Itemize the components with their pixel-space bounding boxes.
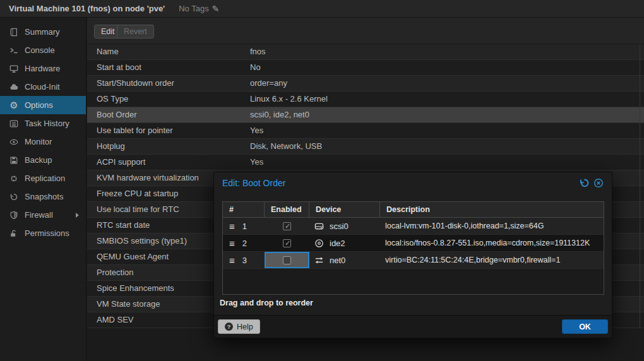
question-icon: ?	[225, 323, 233, 331]
options-row[interactable]: Namefnos	[87, 44, 644, 60]
drag-drop-hint: Drag and drop to reorder	[220, 299, 313, 307]
help-button[interactable]: ? Help	[218, 319, 260, 334]
option-label: Hotplug	[97, 139, 125, 154]
display-icon	[9, 64, 19, 73]
sidebar-item-snapshots[interactable]: Snapshots	[0, 187, 86, 206]
drag-handle-icon[interactable]: ≡	[229, 238, 235, 249]
column-header-device: Device	[309, 202, 380, 217]
sidebar-item-permissions[interactable]: Permissions	[0, 224, 86, 242]
option-label: ACPI support	[97, 155, 145, 170]
options-row[interactable]: OS TypeLinux 6.x - 2.6 Kernel	[87, 92, 644, 107]
cdrom-icon	[314, 239, 324, 248]
sidebar-item-label: Task History	[25, 119, 69, 128]
unlock-icon	[9, 229, 19, 238]
chevron-right-icon	[76, 213, 79, 218]
edit-tags-pencil-icon[interactable]: ✎	[212, 4, 220, 14]
boot-order-table: # Enabled Device Description ≡ 1 scsi0 l…	[222, 201, 604, 295]
option-label: Start/Shutdown order	[97, 76, 174, 91]
option-label: Start at boot	[97, 60, 141, 75]
device-description: virtio=BC:24:11:5C:24:4E,bridge=vmbr0,fi…	[380, 252, 604, 268]
option-value: Yes	[250, 155, 263, 170]
network-icon	[314, 256, 324, 265]
column-header-order: #	[223, 202, 265, 217]
sidebar-item-label: Cloud-Init	[25, 82, 60, 92]
undo-icon[interactable]	[579, 178, 589, 188]
hdd-icon	[314, 222, 324, 231]
edit-boot-order-dialog: Edit: Boot Order # Enabled Device Descri…	[213, 172, 612, 338]
boot-entry-row[interactable]: ≡ 2 ide2 local:iso/fnos-0.8.27-551.iso,m…	[223, 235, 604, 252]
option-label: QEMU Guest Agent	[97, 249, 169, 264]
sidebar-item-label: Options	[25, 100, 53, 110]
column-header-enabled: Enabled	[265, 202, 309, 217]
cloud-icon	[9, 83, 19, 92]
retweet-icon	[9, 174, 19, 183]
grid-column-divider	[640, 44, 640, 328]
option-label: Name	[97, 44, 119, 59]
sidebar-item-firewall[interactable]: Firewall	[0, 206, 86, 224]
window-titlebar: Virtual Machine 101 (fnos) on node 'pve'…	[0, 0, 644, 18]
options-row[interactable]: Start/Shutdown orderorder=any	[87, 76, 644, 92]
drag-handle-icon[interactable]: ≡	[229, 221, 235, 232]
options-row[interactable]: Use tablet for pointerYes	[87, 123, 644, 139]
sidebar-item-task-history[interactable]: Task History	[0, 114, 86, 133]
option-value: Linux 6.x - 2.6 Kernel	[250, 92, 328, 107]
sidebar-item-hardware[interactable]: Hardware	[0, 59, 86, 78]
revert-button[interactable]: Revert	[117, 25, 154, 38]
enabled-checkbox[interactable]	[283, 256, 291, 264]
device-name: scsi0	[330, 222, 349, 231]
boot-entry-row[interactable]: ≡ 1 scsi0 local-lvm:vm-101-disk-0,iothre…	[223, 218, 604, 235]
book-icon	[9, 28, 19, 37]
shield-icon	[9, 211, 19, 220]
terminal-icon	[9, 46, 19, 55]
boot-table-header: # Enabled Device Description	[223, 202, 604, 218]
options-row[interactable]: HotplugDisk, Network, USB	[87, 139, 644, 155]
boot-entry-row[interactable]: ≡ 3 net0 virtio=BC:24:11:5C:24:4E,bridge…	[223, 252, 604, 269]
option-label: KVM hardware virtualization	[97, 170, 199, 186]
column-header-description: Description	[380, 202, 604, 217]
option-value: order=any	[250, 76, 287, 91]
option-label: Boot Order	[97, 107, 137, 122]
enabled-cell-focused[interactable]	[265, 252, 309, 268]
dialog-titlebar[interactable]: Edit: Boot Order	[214, 172, 612, 194]
boot-order-number: 2	[242, 239, 247, 248]
option-label: Freeze CPU at startup	[97, 186, 178, 201]
sidebar-item-label: Replication	[25, 174, 65, 183]
list-icon	[9, 119, 19, 128]
floppy-icon	[9, 156, 19, 165]
enabled-checkbox[interactable]	[283, 222, 291, 230]
sidebar-item-label: Monitor	[25, 137, 52, 146]
options-row[interactable]: Start at bootNo	[87, 60, 644, 76]
option-label: Protection	[97, 265, 134, 280]
sidebar-item-label: Backup	[25, 155, 52, 165]
option-label: AMD SEV	[97, 312, 134, 328]
option-label: Spice Enhancements	[97, 281, 174, 296]
history-icon	[9, 192, 19, 201]
sidebar-item-label: Console	[25, 45, 55, 55]
sidebar: Summary Console Hardware Cloud-Init ⚙Opt…	[0, 18, 86, 361]
sidebar-item-replication[interactable]: Replication	[0, 169, 86, 187]
close-icon[interactable]	[593, 178, 604, 188]
ok-button[interactable]: OK	[562, 319, 608, 334]
sidebar-item-label: Firewall	[25, 210, 53, 220]
sidebar-item-backup[interactable]: Backup	[0, 151, 86, 169]
options-row[interactable]: ACPI supportYes	[87, 155, 644, 170]
sidebar-item-cloud-init[interactable]: Cloud-Init	[0, 78, 86, 96]
sidebar-item-label: Hardware	[25, 64, 60, 73]
dialog-footer: ? Help OK	[214, 315, 612, 338]
sidebar-item-label: Summary	[25, 27, 60, 37]
enabled-checkbox[interactable]	[283, 239, 291, 247]
options-row-boot-order[interactable]: Boot Orderscsi0, ide2, net0	[87, 107, 644, 123]
sidebar-item-monitor[interactable]: Monitor	[0, 133, 86, 151]
page-title: Virtual Machine 101 (fnos) on node 'pve'	[9, 4, 165, 13]
sidebar-item-console[interactable]: Console	[0, 41, 86, 59]
sidebar-item-options[interactable]: ⚙Options	[0, 96, 86, 114]
device-description: local-lvm:vm-101-disk-0,iothread=1,size=…	[380, 218, 604, 234]
option-value: fnos	[250, 44, 266, 59]
dialog-title: Edit: Boot Order	[222, 178, 579, 188]
option-label: OS Type	[97, 92, 128, 107]
drag-handle-icon[interactable]: ≡	[229, 255, 235, 266]
option-value: Yes	[250, 123, 263, 138]
sidebar-item-summary[interactable]: Summary	[0, 23, 86, 41]
option-label: Use tablet for pointer	[97, 123, 173, 138]
device-name: ide2	[330, 239, 345, 248]
